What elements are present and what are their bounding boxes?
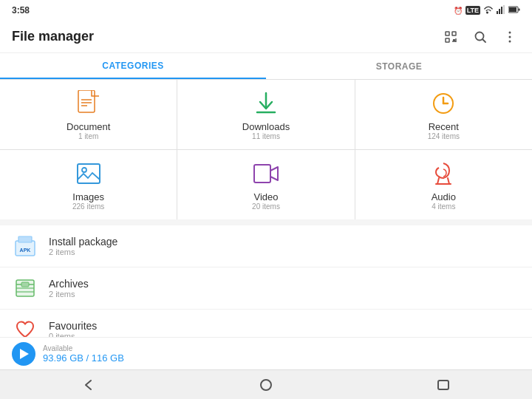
document-icon: [75, 90, 102, 117]
svg-rect-2: [501, 7, 502, 14]
downloads-icon: [253, 90, 279, 117]
alarm-icon: ⏰: [454, 7, 463, 15]
recent-count: 124 items: [428, 132, 460, 140]
back-button[interactable]: [74, 370, 103, 400]
svg-rect-8: [452, 32, 456, 35]
images-label: Images: [72, 191, 104, 202]
recents-button[interactable]: [429, 370, 458, 400]
audio-icon: [430, 160, 457, 187]
svg-rect-0: [497, 11, 498, 14]
lte-icon: LTE: [466, 6, 480, 15]
category-audio[interactable]: Audio 4 items: [355, 150, 532, 219]
bottom-nav: [0, 369, 532, 399]
favourites-name: Favourites: [49, 320, 520, 332]
category-video[interactable]: Video 20 items: [177, 150, 354, 219]
storage-used: 93.96 GB: [43, 352, 83, 364]
svg-line-31: [448, 178, 449, 184]
svg-line-30: [437, 178, 439, 184]
tab-storage[interactable]: STORAGE: [266, 53, 532, 79]
downloads-label: Downloads: [242, 121, 290, 132]
svg-point-15: [509, 31, 511, 33]
archives-text: Archives 2 items: [49, 278, 520, 299]
main-content: Document 1 item Downloads 11 items Recen…: [0, 80, 532, 369]
storage-info: Available 93.96 GB / 116 GB: [43, 344, 124, 364]
play-button[interactable]: [12, 342, 35, 366]
scan-button[interactable]: [440, 27, 461, 47]
audio-count: 4 items: [432, 202, 455, 211]
svg-rect-40: [21, 282, 29, 287]
install-package-name: Install package: [49, 236, 520, 248]
svg-rect-34: [18, 236, 32, 242]
list-item-archives[interactable]: Archives 2 items: [0, 267, 532, 310]
category-downloads[interactable]: Downloads 11 items: [177, 80, 354, 149]
images-icon: [75, 160, 102, 187]
svg-point-47: [261, 380, 271, 390]
header-actions: [440, 27, 520, 47]
battery-icon: [508, 6, 520, 15]
category-images[interactable]: Images 226 items: [0, 150, 177, 219]
install-package-text: Install package 2 items: [49, 236, 520, 256]
video-count: 20 items: [252, 202, 280, 211]
wifi-icon: [483, 5, 494, 16]
recent-icon: [430, 90, 457, 117]
svg-rect-27: [78, 164, 100, 183]
home-button[interactable]: [251, 370, 281, 400]
tabs: CATEGORIES STORAGE: [0, 53, 532, 80]
storage-total: 116 GB: [92, 352, 124, 364]
svg-rect-3: [503, 5, 505, 14]
play-triangle-icon: [20, 349, 29, 359]
archives-icon: [12, 275, 38, 301]
status-bar: 3:58 ⏰ LTE: [0, 0, 532, 21]
images-count: 226 items: [72, 202, 104, 211]
video-label: Video: [253, 191, 278, 202]
status-time: 3:58: [12, 5, 30, 16]
header: File manager: [0, 21, 532, 53]
svg-rect-1: [499, 9, 500, 14]
recent-label: Recent: [429, 121, 459, 132]
install-package-icon: APK: [12, 233, 38, 259]
archives-count: 2 items: [49, 290, 520, 299]
svg-point-16: [509, 35, 511, 38]
archives-name: Archives: [49, 278, 520, 290]
category-document[interactable]: Document 1 item: [0, 80, 177, 149]
storage-separator: /: [86, 352, 92, 364]
svg-rect-6: [519, 9, 520, 11]
svg-rect-29: [254, 165, 270, 183]
install-package-count: 2 items: [49, 248, 520, 256]
svg-rect-5: [509, 7, 516, 12]
page-title: File manager: [12, 29, 94, 44]
storage-available-label: Available: [43, 344, 124, 352]
list-item-install-package[interactable]: APK Install package 2 items: [0, 225, 532, 267]
tab-categories[interactable]: CATEGORIES: [0, 53, 266, 79]
svg-point-13: [476, 32, 484, 40]
downloads-count: 11 items: [252, 132, 280, 140]
svg-line-14: [483, 39, 486, 42]
signal-icon: [497, 5, 505, 16]
svg-text:APK: APK: [20, 248, 31, 253]
more-button[interactable]: [499, 27, 520, 47]
svg-rect-48: [438, 381, 449, 389]
search-button[interactable]: [470, 27, 491, 47]
category-recent[interactable]: Recent 124 items: [355, 80, 532, 149]
svg-rect-7: [446, 32, 449, 35]
document-count: 1 item: [78, 132, 98, 140]
video-icon: [253, 160, 279, 187]
document-label: Document: [66, 121, 110, 132]
status-icons: ⏰ LTE: [454, 5, 520, 16]
svg-point-28: [82, 168, 86, 172]
svg-point-17: [509, 40, 511, 42]
storage-bar: Available 93.96 GB / 116 GB: [0, 337, 532, 369]
storage-numbers: 93.96 GB / 116 GB: [43, 352, 124, 364]
audio-label: Audio: [432, 191, 456, 202]
category-grid: Document 1 item Downloads 11 items Recen…: [0, 80, 532, 219]
svg-rect-9: [446, 38, 449, 42]
